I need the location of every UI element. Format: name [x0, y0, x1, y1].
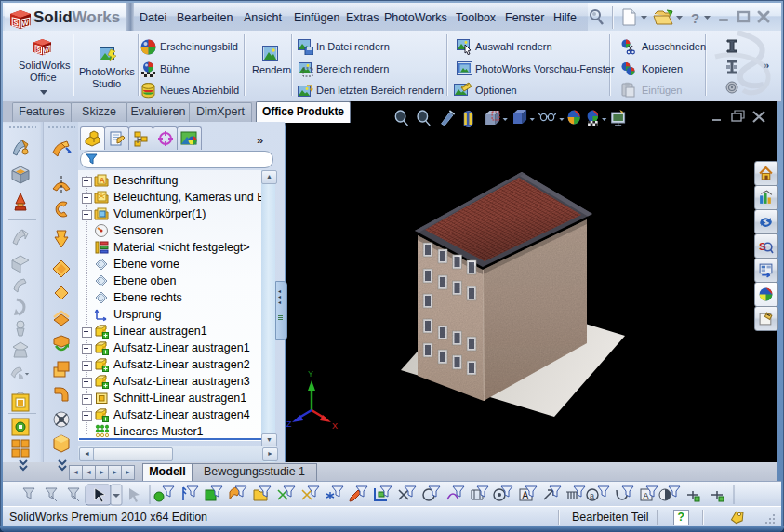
svg-text:Z: Z	[286, 419, 292, 429]
svg-text:?: ?	[691, 10, 699, 26]
svg-text:S: S	[36, 46, 41, 53]
svg-text:A: A	[644, 491, 649, 500]
svg-text:Y: Y	[308, 369, 313, 379]
svg-text:A: A	[523, 490, 529, 500]
svg-text:A: A	[100, 176, 106, 185]
svg-text:X: X	[332, 421, 338, 431]
svg-text:a: a	[590, 491, 594, 500]
svg-text:S: S	[14, 19, 19, 28]
svg-text:W: W	[22, 18, 30, 28]
